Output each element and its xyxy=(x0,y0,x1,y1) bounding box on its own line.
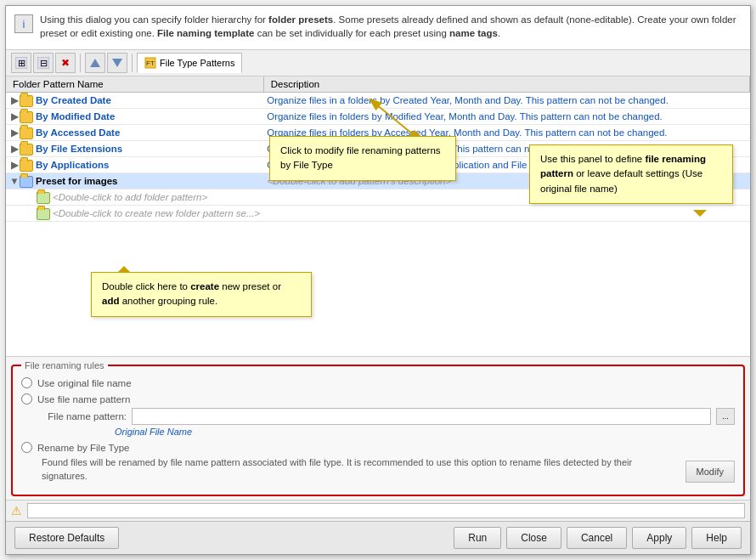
radio-rename[interactable] xyxy=(21,442,32,453)
filename-label: File name pattern: xyxy=(42,411,127,421)
delete-btn[interactable]: ✖ xyxy=(55,53,76,73)
help-btn[interactable]: Help xyxy=(691,527,742,549)
option-rename-container: Rename by File Type Found files will be … xyxy=(21,442,735,483)
callout-create-text: Double click here to create new preset o… xyxy=(102,281,281,306)
status-input[interactable] xyxy=(27,503,745,518)
toolbar: ⊞ ⊟ ✖ FT File Type Patterns xyxy=(6,50,750,76)
folder-icon xyxy=(37,192,50,204)
restore-defaults-btn[interactable]: Restore Defaults xyxy=(14,527,119,549)
cancel-btn[interactable]: Cancel xyxy=(567,527,627,549)
table-row[interactable]: <Double-click to create new folder patte… xyxy=(6,206,750,222)
info-icon: i xyxy=(14,14,33,33)
file-type-patterns-btn[interactable]: FT File Type Patterns xyxy=(137,53,242,73)
remove-btn[interactable]: ⊟ xyxy=(33,53,54,73)
callout-filetypes: Click to modify file renaming patterns b… xyxy=(269,136,456,181)
table-row[interactable]: ▶ By Modified Date Organize files in fol… xyxy=(6,109,750,125)
option-rename-label: Rename by File Type xyxy=(37,443,129,453)
expand-arrow[interactable]: ▶ xyxy=(9,110,20,122)
run-btn[interactable]: Run xyxy=(454,527,501,549)
radio-group: Use original file name Use file name pat… xyxy=(21,377,735,483)
svg-marker-5 xyxy=(112,59,122,67)
folder-icon xyxy=(20,95,33,107)
option-rename[interactable]: Rename by File Type xyxy=(21,442,735,453)
col-desc: Description xyxy=(263,76,749,93)
row-desc xyxy=(263,206,749,222)
row-name: Preset for images xyxy=(36,176,118,186)
svg-text:FT: FT xyxy=(146,59,155,67)
svg-text:⊟: ⊟ xyxy=(40,58,48,68)
main-content: Folder Pattern Name Description ▶ By Cre… xyxy=(6,76,750,554)
folder-icon xyxy=(20,160,33,172)
row-name: By Applications xyxy=(36,160,109,170)
expand-arrow[interactable]: ▶ xyxy=(9,159,20,171)
callout-create: Double click here to create new preset o… xyxy=(91,272,312,317)
folder-icon xyxy=(20,111,33,123)
col-name: Folder Pattern Name xyxy=(6,76,263,93)
tree-area[interactable]: Folder Pattern Name Description ▶ By Cre… xyxy=(6,76,750,357)
row-name: By File Extensions xyxy=(36,144,122,154)
apply-btn[interactable]: Apply xyxy=(632,527,686,549)
option-pattern[interactable]: Use file name pattern xyxy=(21,393,735,404)
move-down-btn[interactable] xyxy=(107,53,127,73)
info-text: Using this dialog you can specify folder… xyxy=(40,13,742,40)
expand-arrow[interactable]: ▶ xyxy=(9,127,20,139)
add-btn[interactable]: ⊞ xyxy=(11,53,31,73)
svg-text:⊞: ⊞ xyxy=(18,58,25,68)
option-original[interactable]: Use original file name xyxy=(21,377,735,388)
rename-desc-row: Found files will be renamed by file name… xyxy=(21,453,735,483)
file-type-patterns-label: File Type Patterns xyxy=(160,58,234,68)
browse-filename-btn[interactable]: ... xyxy=(716,408,735,425)
filename-row: File name pattern: ... xyxy=(42,408,735,425)
folder-icon xyxy=(20,127,33,139)
option-pattern-container: Use file name pattern File name pattern:… xyxy=(21,393,735,437)
status-bar: ⚠ xyxy=(6,500,750,521)
radio-pattern[interactable] xyxy=(21,393,32,404)
move-up-btn[interactable] xyxy=(85,53,105,73)
renaming-panel-legend: File renaming rules xyxy=(21,360,108,371)
expand-arrow[interactable]: ▶ xyxy=(9,143,20,155)
rename-desc: Found files will be renamed by file name… xyxy=(42,456,679,483)
svg-marker-4 xyxy=(90,59,100,67)
folder-icon xyxy=(20,144,33,156)
callout-panel: Use this panel to define file renaming p… xyxy=(529,144,733,204)
modify-btn[interactable]: Modify xyxy=(685,461,735,483)
row-desc: Organize files in folders by Modified Ye… xyxy=(263,109,749,125)
row-name: <Double-click to add folder pattern> xyxy=(53,192,207,202)
option-original-label: Use original file name xyxy=(37,378,132,388)
row-name: By Accessed Date xyxy=(36,127,120,138)
expand-arrow[interactable]: ▼ xyxy=(9,176,20,186)
row-name: By Modified Date xyxy=(36,111,115,122)
original-name: Original File Name xyxy=(115,427,735,437)
radio-original[interactable] xyxy=(21,377,32,388)
folder-icon xyxy=(20,176,33,188)
folder-icon xyxy=(37,208,50,220)
row-name: By Created Date xyxy=(36,95,111,105)
warning-icon: ⚠ xyxy=(11,504,22,518)
info-bar: i Using this dialog you can specify fold… xyxy=(6,6,750,50)
close-btn[interactable]: Close xyxy=(506,527,561,549)
row-desc: Organize files in a folders by Created Y… xyxy=(263,93,749,109)
table-row[interactable]: ▶ By Created Date Organize files in a fo… xyxy=(6,93,750,109)
bottom-bar: Restore Defaults Run Close Cancel Apply … xyxy=(6,521,750,554)
row-name: <Double-click to create new folder patte… xyxy=(53,208,260,218)
filename-input[interactable] xyxy=(132,408,711,425)
expand-arrow[interactable]: ▶ xyxy=(9,94,20,106)
option-pattern-label: Use file name pattern xyxy=(37,394,130,404)
callout-panel-text: Use this panel to define file renaming p… xyxy=(540,154,706,194)
renaming-panel-container: File renaming rules Use original file na… xyxy=(6,357,750,500)
